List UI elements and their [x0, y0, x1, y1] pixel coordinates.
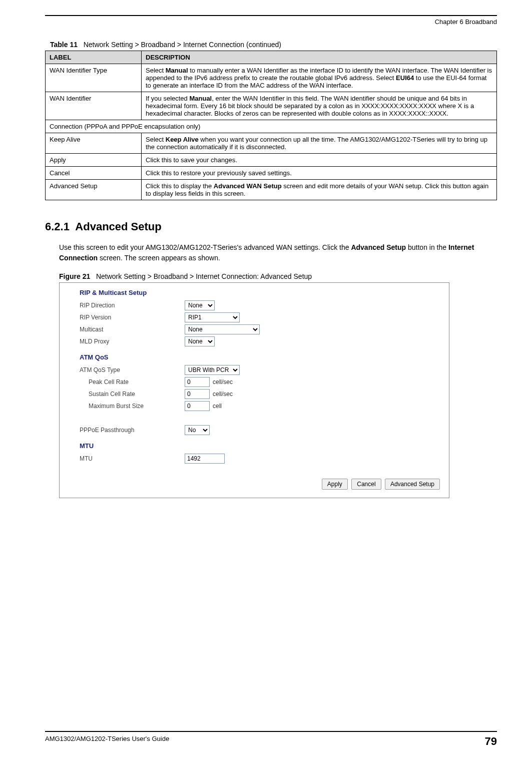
label: PPPoE Passthrough	[80, 427, 185, 434]
label: RIP Direction	[80, 302, 185, 309]
settings-table: LABEL DESCRIPTION WAN Identifier Type Se…	[45, 51, 497, 200]
text: button in the	[406, 243, 448, 251]
field-atm-qos-type: ATM QoS Type UBR With PCR	[80, 365, 440, 375]
label: RIP Version	[80, 314, 185, 321]
label: Maximum Burst Size	[89, 403, 185, 410]
group-mtu: MTU	[80, 442, 440, 450]
table-row: WAN Identifier Type Select Manual to man…	[46, 64, 497, 92]
row-desc: Select Manual to manually enter a WAN Id…	[142, 64, 497, 92]
field-max-burst-size: Maximum Burst Size cell	[80, 401, 440, 411]
row-desc: Select Keep Alive when you want your con…	[142, 133, 497, 154]
text: Select	[146, 67, 166, 74]
bold: Advanced WAN Setup	[214, 182, 282, 190]
row-label: Keep Alive	[46, 133, 142, 154]
rip-version-select[interactable]: RIP1	[185, 312, 240, 322]
figure-title: Network Setting > Broadband > Internet C…	[96, 272, 312, 280]
atm-qos-type-select[interactable]: UBR With PCR	[185, 365, 240, 375]
label: Sustain Cell Rate	[89, 391, 185, 398]
table-row: Keep Alive Select Keep Alive when you wa…	[46, 133, 497, 154]
text: screen. The screen appears as shown.	[98, 254, 220, 262]
field-multicast: Multicast None	[80, 324, 440, 334]
advanced-setup-button[interactable]: Advanced Setup	[385, 479, 440, 490]
text: If you selected	[146, 95, 189, 102]
field-rip-version: RIP Version RIP1	[80, 312, 440, 322]
footer-guide: AMG1302/AMG1202-TSeries User's Guide	[45, 735, 169, 748]
bold: EUI64	[396, 74, 414, 82]
text: Select	[146, 136, 166, 143]
text: Click this to display the	[146, 182, 214, 190]
section-label: Connection (PPPoA and PPPoE encapsulatio…	[46, 120, 497, 133]
label: MLD Proxy	[80, 338, 185, 345]
cancel-button[interactable]: Cancel	[351, 479, 381, 490]
max-burst-size-input[interactable]	[185, 401, 210, 411]
page-number: 79	[485, 735, 497, 748]
row-desc: Click this to display the Advanced WAN S…	[142, 180, 497, 200]
table-title: Network Setting > Broadband > Internet C…	[84, 41, 281, 49]
label: Peak Cell Rate	[89, 378, 185, 386]
label: ATM QoS Type	[80, 366, 185, 373]
field-mtu: MTU	[80, 454, 440, 464]
rip-direction-select[interactable]: None	[185, 300, 215, 310]
section-title: Advanced Setup	[75, 220, 161, 233]
figure-number: Figure 21	[59, 272, 90, 280]
row-label: WAN Identifier	[46, 92, 142, 120]
bold: Advanced Setup	[351, 243, 406, 251]
field-peak-cell-rate: Peak Cell Rate cell/sec	[80, 377, 440, 387]
unit: cell/sec	[213, 378, 233, 386]
apply-button[interactable]: Apply	[322, 479, 348, 490]
field-sustain-cell-rate: Sustain Cell Rate cell/sec	[80, 389, 440, 399]
multicast-select[interactable]: None	[185, 324, 260, 334]
bold: Keep Alive	[166, 136, 199, 143]
row-label: Cancel	[46, 167, 142, 180]
table-row: Apply Click this to save your changes.	[46, 154, 497, 167]
sustain-cell-rate-input[interactable]	[185, 389, 210, 399]
mtu-input[interactable]	[185, 454, 225, 464]
button-row: Apply Cancel Advanced Setup	[80, 479, 440, 490]
table-section-row: Connection (PPPoA and PPPoE encapsulatio…	[46, 120, 497, 133]
peak-cell-rate-input[interactable]	[185, 377, 210, 387]
row-label: Apply	[46, 154, 142, 167]
row-desc: Click this to restore your previously sa…	[142, 167, 497, 180]
top-rule	[45, 15, 497, 16]
field-pppoe-passthrough: PPPoE Passthrough No	[80, 425, 440, 435]
label: MTU	[80, 455, 185, 462]
section-heading: 6.2.1 Advanced Setup	[45, 220, 497, 233]
table-row: Advanced Setup Click this to display the…	[46, 180, 497, 200]
field-mld-proxy: MLD Proxy None	[80, 336, 440, 346]
pppoe-passthrough-select[interactable]: No	[185, 425, 210, 435]
bold: Manual	[166, 67, 188, 74]
row-desc: If you selected Manual, enter the WAN Id…	[142, 92, 497, 120]
table-row: WAN Identifier If you selected Manual, e…	[46, 92, 497, 120]
group-rip-multicast: RIP & Multicast Setup	[80, 289, 440, 296]
chapter-header: Chapter 6 Broadband	[45, 18, 497, 26]
field-rip-direction: RIP Direction None	[80, 300, 440, 310]
table-caption: Table 11 Network Setting > Broadband > I…	[45, 41, 497, 49]
th-description: DESCRIPTION	[142, 51, 497, 64]
figure-screenshot: RIP & Multicast Setup RIP Direction None…	[59, 282, 449, 498]
row-desc: Click this to save your changes.	[142, 154, 497, 167]
group-atm-qos: ATM QoS	[80, 353, 440, 361]
footer-rule	[45, 731, 497, 732]
figure-caption: Figure 21 Network Setting > Broadband > …	[59, 272, 497, 280]
bold: Manual	[189, 95, 212, 102]
unit: cell/sec	[213, 391, 233, 398]
unit: cell	[213, 403, 222, 410]
th-label: LABEL	[46, 51, 142, 64]
row-label: Advanced Setup	[46, 180, 142, 200]
row-label: WAN Identifier Type	[46, 64, 142, 92]
mld-proxy-select[interactable]: None	[185, 336, 215, 346]
page-footer: AMG1302/AMG1202-TSeries User's Guide 79	[45, 731, 497, 748]
text: Use this screen to edit your AMG1302/AMG…	[59, 243, 351, 251]
table-number: Table 11	[50, 41, 78, 49]
label: Multicast	[80, 326, 185, 333]
section-number: 6.2.1	[45, 220, 70, 233]
table-row: Cancel Click this to restore your previo…	[46, 167, 497, 180]
section-paragraph: Use this screen to edit your AMG1302/AMG…	[59, 242, 497, 263]
